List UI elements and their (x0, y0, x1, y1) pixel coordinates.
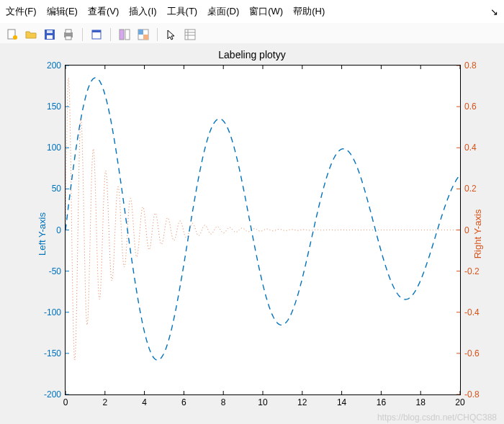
menu-file[interactable]: 文件(F) (6, 5, 37, 18)
figure-canvas: Labeling plotyy Left Y-axis Right Y-axis… (0, 43, 504, 424)
restore-down-icon[interactable]: ↘ (490, 6, 498, 17)
property-editor-button[interactable] (182, 27, 198, 42)
data-tips-button[interactable] (135, 27, 151, 42)
ytick-right: 0.8 (460, 60, 477, 71)
menu-edit[interactable]: 编辑(E) (47, 5, 78, 18)
watermark-text: https://blog.csdn.net/CHQC388 (377, 412, 497, 423)
svg-rect-13 (138, 30, 143, 35)
svg-rect-10 (120, 30, 124, 40)
link-axes-icon (119, 29, 130, 40)
ytick-right: -0.2 (460, 266, 480, 276)
menu-view[interactable]: 查看(V) (88, 5, 119, 18)
new-file-icon (6, 29, 18, 40)
figure-window: 文件(F) 编辑(E) 查看(V) 插入(I) 工具(T) 桌面(D) 窗口(W… (0, 0, 504, 424)
data-tips-icon (138, 29, 149, 40)
series-right (66, 78, 460, 360)
xtick: 10 (258, 394, 267, 407)
pointer-icon (166, 29, 177, 40)
ytick-left: -200 (32, 389, 66, 400)
xtick: 4 (142, 394, 147, 407)
xtick: 12 (297, 394, 307, 407)
svg-rect-14 (143, 35, 148, 40)
ytick-left: 0 (32, 225, 66, 235)
plot-lines (66, 66, 460, 394)
svg-rect-15 (185, 30, 195, 40)
menu-insert[interactable]: 插入(I) (129, 5, 156, 18)
ytick-left: -150 (32, 348, 66, 358)
copy-figure-button[interactable] (89, 27, 104, 42)
save-button[interactable] (42, 27, 58, 42)
save-icon (44, 29, 55, 40)
xtick: 6 (181, 394, 186, 407)
svg-rect-6 (66, 30, 71, 33)
property-editor-icon (184, 29, 196, 40)
xtick: 8 (221, 394, 226, 407)
svg-rect-3 (47, 35, 53, 39)
svg-rect-4 (47, 30, 53, 33)
ytick-right: 0.4 (460, 143, 477, 153)
ytick-right: 0 (460, 225, 469, 235)
ytick-left: 100 (32, 143, 66, 153)
ytick-right: 0.2 (460, 184, 477, 194)
svg-rect-7 (66, 36, 71, 40)
menu-desktop[interactable]: 桌面(D) (207, 5, 239, 18)
menu-help[interactable]: 帮助(H) (293, 5, 325, 18)
ytick-right: -0.6 (460, 348, 480, 358)
copy-figure-icon (91, 29, 102, 40)
open-button[interactable] (23, 27, 39, 42)
xtick: 14 (337, 394, 346, 407)
svg-rect-11 (125, 30, 130, 40)
ylabel-right: Right Y-axis (472, 209, 483, 258)
ytick-right: 0.6 (460, 102, 477, 112)
ytick-left: -50 (32, 266, 66, 276)
menu-tools[interactable]: 工具(T) (167, 5, 198, 18)
ytick-left: -100 (32, 307, 66, 317)
xtick: 0 (63, 394, 68, 407)
ytick-right: -0.4 (460, 307, 480, 317)
new-file-button[interactable] (4, 27, 20, 42)
xtick: 16 (377, 394, 386, 407)
ytick-left: 200 (32, 60, 66, 71)
xtick: 2 (102, 394, 107, 407)
plot-title: Labeling plotyy (0, 49, 504, 60)
print-icon (63, 29, 74, 40)
menu-window[interactable]: 窗口(W) (249, 5, 283, 18)
xtick: 20 (455, 394, 464, 407)
menubar: 文件(F) 编辑(E) 查看(V) 插入(I) 工具(T) 桌面(D) 窗口(W… (0, 0, 504, 23)
xtick: 18 (416, 394, 426, 407)
svg-rect-9 (92, 30, 101, 32)
series-left (66, 78, 460, 360)
link-axes-button[interactable] (117, 27, 132, 42)
ytick-left: 150 (32, 102, 66, 112)
ytick-left: 50 (32, 184, 66, 194)
print-button[interactable] (60, 27, 76, 42)
axes[interactable]: -200-150-100-50050100150200-0.8-0.6-0.4-… (65, 65, 461, 395)
open-folder-icon (25, 29, 37, 40)
svg-point-1 (13, 35, 17, 40)
pointer-button[interactable] (163, 27, 179, 42)
